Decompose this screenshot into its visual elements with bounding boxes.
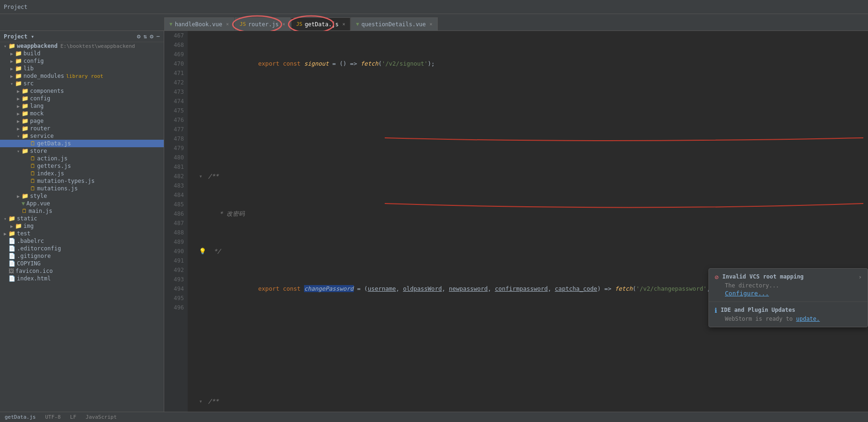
line-num-482: 482 <box>168 172 184 181</box>
arrow-icon: ▶ <box>15 126 22 131</box>
tree-item-mutations[interactable]: ▶ 🗒 mutations.js <box>0 185 164 192</box>
code-line-472: 💡 */ <box>192 247 868 256</box>
tab-bar: ▼ handleBook.vue × JS router.js × JS get… <box>0 14 868 31</box>
tree-label: main.js <box>29 208 53 214</box>
tree-item-components[interactable]: ▶ 📁 components <box>0 87 164 95</box>
tree-item-getters[interactable]: ▶ 🗒 getters.js <box>0 162 164 170</box>
status-line-ending: LF <box>70 414 76 420</box>
tree-item-lang[interactable]: ▶ 📁 lang <box>0 102 164 110</box>
param: captcha_code <box>555 285 597 292</box>
arrow-icon: ▾ <box>2 44 8 49</box>
folder-icon: 📁 <box>15 223 22 229</box>
tree-item-COPYING[interactable]: ▶ 📄 COPYING <box>0 260 164 267</box>
sidebar-header-icons: ⚙ ⇅ ⚙ − <box>137 33 160 40</box>
tab-label: questionDetails.vue <box>361 21 426 28</box>
tree-item-static[interactable]: ▾ 📁 static <box>0 215 164 222</box>
tree-item-service[interactable]: ▾ 📁 service <box>0 132 164 140</box>
tree-label: page <box>30 118 44 124</box>
code-content: 467 468 469 470 471 472 473 474 475 476 … <box>164 31 868 412</box>
tree-label: img <box>23 223 34 229</box>
tree-label: src <box>23 80 34 87</box>
tab-close-icon[interactable]: × <box>430 22 433 27</box>
tree-item-store[interactable]: ▾ 📁 store <box>0 147 164 155</box>
tree-item-weappbackend[interactable]: ▾ 📁 weappbackend E:\booktest\weappbacken… <box>0 42 164 50</box>
tree-item-gitignore[interactable]: ▶ 📄 .gitignore <box>0 252 164 260</box>
line-num-487: 487 <box>168 219 184 228</box>
sidebar: Project ▾ ⚙ ⇅ ⚙ − ▾ 📁 weappbackend E:\bo… <box>0 31 164 412</box>
expand-icon[interactable]: ⇅ <box>144 33 147 40</box>
tree-item-index-js[interactable]: ▶ 🗒 index.js <box>0 170 164 177</box>
tree-item-style[interactable]: ▶ 📁 style <box>0 192 164 200</box>
tree-item-App-vue[interactable]: ▶ ▼ App.vue <box>0 200 164 207</box>
tree-label: getters.js <box>37 163 71 169</box>
tree-item-favicon[interactable]: ▶ 🖼 favicon.ico <box>0 267 164 275</box>
js-file-icon: 🗒 <box>30 170 36 177</box>
line-num-491: 491 <box>168 256 184 265</box>
tree-item-babelrc[interactable]: ▶ 📄 .babelrc <box>0 237 164 245</box>
line-num-494: 494 <box>168 284 184 294</box>
keyword: export const <box>258 60 304 67</box>
folder-icon: 📁 <box>22 193 29 199</box>
tree-item-mock[interactable]: ▶ 📁 mock <box>0 110 164 117</box>
tree-item-lib[interactable]: ▶ 📁 lib <box>0 65 164 72</box>
arrow-icon: ▶ <box>8 66 15 71</box>
tree-item-index-html[interactable]: ▶ 📄 index.html <box>0 275 164 282</box>
method-name: fetch <box>361 60 379 67</box>
tree-item-action[interactable]: ▶ 🗒 action.js <box>0 155 164 162</box>
main-layout: Project ▾ ⚙ ⇅ ⚙ − ▾ 📁 weappbackend E:\bo… <box>0 31 868 412</box>
tree-item-src[interactable]: ▾ 📁 src <box>0 80 164 87</box>
folder-icon: 📁 <box>8 230 15 237</box>
vue-icon: ▼ <box>356 21 359 27</box>
tree-label: lib <box>23 65 34 72</box>
tree-item-config[interactable]: ▶ 📁 config <box>0 57 164 65</box>
tab-handleBook[interactable]: ▼ handleBook.vue × <box>164 17 234 30</box>
arrow-icon: ▶ <box>15 111 22 116</box>
gear-icon[interactable]: ⚙ <box>137 33 141 40</box>
line-numbers: 467 468 469 470 471 472 473 474 475 476 … <box>164 31 188 412</box>
tree-item-editorconfig[interactable]: ▶ 📄 .editorconfig <box>0 245 164 252</box>
code-line-471: * 改密码 <box>192 209 868 219</box>
notif-header: ⊘ Invalid VCS root mapping › <box>715 273 862 281</box>
tree-item-getData[interactable]: ▶ 🗒 getData.js <box>0 140 164 147</box>
tab-close-icon[interactable]: × <box>343 22 345 27</box>
comment-text: /** <box>208 173 219 180</box>
tree-label: node_modules <box>23 73 64 79</box>
string-val: '/v2/signout' <box>382 60 428 67</box>
folder-icon: 📁 <box>22 88 29 94</box>
tab-close-icon[interactable]: × <box>282 22 285 27</box>
tree-item-config2[interactable]: ▶ 📁 config <box>0 95 164 102</box>
notif-title: IDE and Plugin Updates <box>721 307 795 313</box>
tree-item-img[interactable]: ▶ 📁 img <box>0 222 164 230</box>
tree-label: config <box>23 58 44 64</box>
tab-getData[interactable]: JS getData.js × <box>291 17 350 30</box>
config-file-icon: 📄 <box>8 238 15 244</box>
line-num-476: 476 <box>168 115 184 125</box>
arrow-icon: ▶ <box>15 119 22 124</box>
tree-item-node-modules[interactable]: ▶ 📁 node_modules library root <box>0 72 164 80</box>
tree-item-main-js[interactable]: ▶ 🗒 main.js <box>0 207 164 215</box>
line-num-475: 475 <box>168 106 184 115</box>
js-file-icon: 🗒 <box>30 155 36 162</box>
tree-item-page[interactable]: ▶ 📁 page <box>0 117 164 125</box>
tree-label: router <box>30 125 50 132</box>
tree-item-router[interactable]: ▶ 📁 router <box>0 125 164 132</box>
fold-arrow-476[interactable]: ▾ <box>199 397 203 406</box>
code-line-467: export const signout = () => fetch('/v2/… <box>192 59 868 68</box>
tab-questionDetails[interactable]: ▼ questionDetails.vue × <box>351 17 438 30</box>
minimize-icon[interactable]: − <box>156 33 160 40</box>
tab-close-icon[interactable]: × <box>226 22 229 27</box>
tree-item-mutation-types[interactable]: ▶ 🗒 mutation-types.js <box>0 177 164 185</box>
param: confirmpassword <box>495 285 548 292</box>
fold-arrow-470[interactable]: ▾ <box>199 172 203 181</box>
tree-item-build[interactable]: ▶ 📁 build <box>0 50 164 57</box>
line-num-496: 496 <box>168 303 184 312</box>
configure-link[interactable]: Configure... <box>725 290 769 297</box>
tree-label: service <box>30 133 54 139</box>
update-link[interactable]: update. <box>796 316 820 322</box>
chevron-icon[interactable]: › <box>858 273 862 280</box>
tree-item-test[interactable]: ▶ 📁 test <box>0 230 164 237</box>
config-file-icon: 📄 <box>8 245 15 252</box>
info-icon: ℹ <box>715 307 717 314</box>
settings-icon[interactable]: ⚙ <box>150 33 153 40</box>
tab-router[interactable]: JS router.js × <box>235 17 290 30</box>
